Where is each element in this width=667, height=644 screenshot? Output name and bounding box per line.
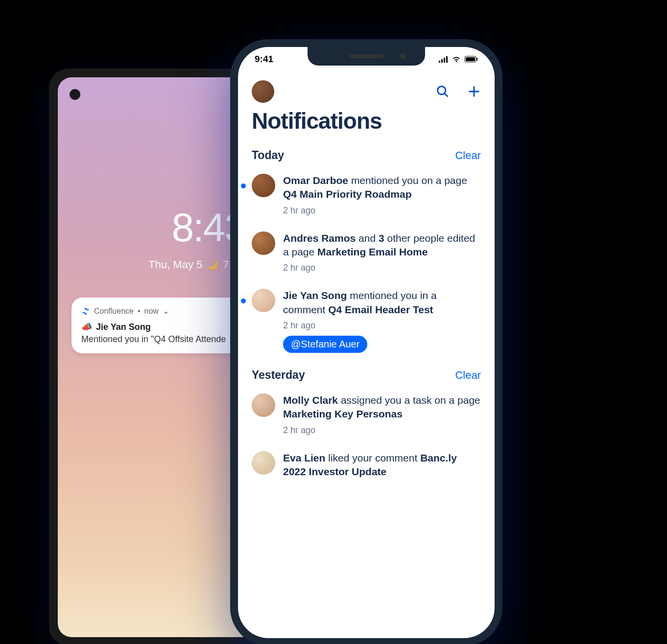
- notification-app-header: Confluence • now ⌄: [81, 306, 246, 316]
- svg-line-8: [445, 93, 448, 97]
- megaphone-icon: 📣: [81, 322, 92, 332]
- svg-point-7: [438, 87, 446, 94]
- notification-text: Molly Clark assigned you a task on a pag…: [283, 393, 481, 421]
- notification-body: Andres Ramos and 3 other people edited a…: [283, 231, 481, 274]
- chevron-down-icon[interactable]: ⌄: [163, 306, 169, 316]
- app-content: Notifications TodayClearOmar Darboe ment…: [238, 75, 495, 638]
- notification-time: 2 hr ago: [283, 321, 481, 331]
- svg-rect-1: [441, 59, 443, 63]
- unread-dot-icon: [241, 184, 246, 188]
- section-header: YesterdayClear: [252, 368, 481, 382]
- notification-time: 2 hr ago: [283, 263, 481, 273]
- notification-body: Jie Yan Song mentioned you in a comment …: [283, 289, 481, 353]
- notification-title-row: 📣 Jie Yan Song: [81, 322, 246, 332]
- notification-body: Omar Darboe mentioned you on a page Q4 M…: [283, 174, 481, 216]
- section-title: Today: [252, 149, 284, 162]
- notification-item[interactable]: Eva Lien liked your comment Banc.ly 2022…: [252, 451, 481, 479]
- cellular-signal-icon: [439, 56, 449, 63]
- svg-rect-0: [439, 61, 440, 63]
- svg-rect-5: [466, 57, 475, 61]
- actor-avatar[interactable]: [252, 231, 275, 255]
- notification-body: Mentioned you in "Q4 Offsite Attende: [81, 334, 246, 345]
- clear-button[interactable]: Clear: [455, 369, 481, 382]
- iphone-notch: [308, 47, 425, 66]
- notification-item[interactable]: Andres Ramos and 3 other people edited a…: [252, 231, 481, 274]
- unread-dot-icon: [241, 299, 246, 303]
- actor-avatar[interactable]: [252, 393, 275, 417]
- notification-text: Eva Lien liked your comment Banc.ly 2022…: [283, 451, 481, 479]
- lockscreen-notification[interactable]: Confluence • now ⌄ 📣 Jie Yan Song Mentio…: [71, 298, 256, 353]
- notification-app-name: Confluence: [94, 307, 134, 316]
- svg-rect-2: [444, 58, 445, 63]
- actor-avatar[interactable]: [252, 289, 275, 312]
- notification-bullet: •: [138, 307, 141, 316]
- actor-avatar[interactable]: [252, 174, 275, 197]
- notification-text: Omar Darboe mentioned you on a page Q4 M…: [283, 174, 481, 202]
- wifi-icon: [452, 56, 461, 63]
- iphone-screen: 9:41: [238, 47, 495, 638]
- app-header: [252, 80, 481, 103]
- notification-time: 2 hr ago: [283, 425, 481, 436]
- notification-when: now: [144, 307, 159, 316]
- battery-icon: [464, 56, 478, 63]
- user-avatar[interactable]: [252, 80, 274, 103]
- front-camera-icon: [400, 53, 405, 59]
- confluence-icon: [81, 307, 90, 316]
- notification-item[interactable]: Molly Clark assigned you a task on a pag…: [252, 393, 481, 436]
- svg-rect-6: [476, 58, 477, 61]
- section-header: TodayClear: [252, 149, 481, 162]
- notification-text: Andres Ramos and 3 other people edited a…: [283, 231, 481, 259]
- notification-body: Eva Lien liked your comment Banc.ly 2022…: [283, 451, 481, 479]
- android-lockscreen: 8:43 Thu, May 5 🌙 71°F Confluence • now …: [58, 77, 256, 637]
- notification-text: Jie Yan Song mentioned you in a comment …: [283, 289, 481, 317]
- clear-button[interactable]: Clear: [455, 149, 481, 162]
- section-title: Yesterday: [252, 368, 305, 382]
- notification-item[interactable]: Omar Darboe mentioned you on a page Q4 M…: [252, 174, 481, 216]
- notification-body: Molly Clark assigned you a task on a pag…: [283, 393, 481, 436]
- notification-title: Jie Yan Song: [96, 322, 151, 332]
- moon-icon: 🌙: [207, 259, 218, 270]
- iphone-frame: 9:41: [230, 39, 502, 644]
- status-time: 9:41: [255, 54, 273, 65]
- svg-rect-3: [446, 56, 448, 63]
- notification-time: 2 hr ago: [283, 206, 481, 216]
- page-title: Notifications: [252, 108, 481, 134]
- notification-item[interactable]: Jie Yan Song mentioned you in a comment …: [252, 289, 481, 353]
- add-icon[interactable]: [467, 85, 481, 98]
- search-icon[interactable]: [436, 85, 450, 98]
- android-punch-hole-camera: [70, 89, 80, 100]
- mention-pill[interactable]: @Stefanie Auer: [283, 336, 367, 353]
- actor-avatar[interactable]: [252, 451, 275, 475]
- lockscreen-date: Thu, May 5: [148, 258, 202, 271]
